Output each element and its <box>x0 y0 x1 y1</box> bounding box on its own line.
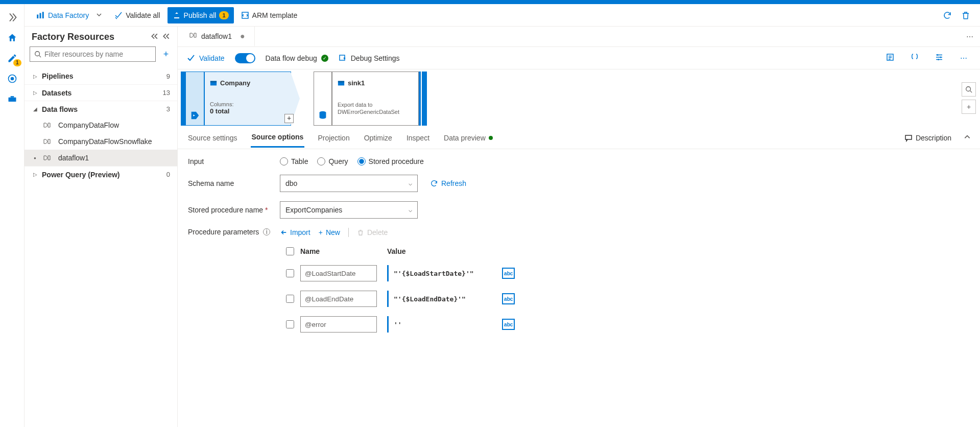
expression-builder-button[interactable]: abc <box>502 319 515 330</box>
resources-add-button[interactable]: + <box>160 49 172 60</box>
dataflow-icon <box>43 121 51 129</box>
sink-icon <box>317 110 328 121</box>
info-icon[interactable]: i <box>263 228 270 235</box>
param-name-input[interactable] <box>300 316 377 333</box>
param-value-display[interactable]: '' <box>387 316 497 333</box>
tab-optimize[interactable]: Optimize <box>363 129 393 147</box>
refresh-schema-button[interactable]: Refresh <box>430 179 466 187</box>
expression-builder-button[interactable]: abc <box>502 268 515 279</box>
caret-icon: ◢ <box>32 106 39 112</box>
svg-rect-5 <box>40 13 41 18</box>
arm-template-dropdown[interactable]: ARM template <box>236 7 303 23</box>
rail-expand-button[interactable] <box>0 7 25 28</box>
dataflow-canvas[interactable]: Company Columns: 0 total + <box>178 69 980 127</box>
canvas-search-button[interactable] <box>962 82 976 97</box>
select-all-params-checkbox[interactable] <box>286 247 294 255</box>
input-radio-sp[interactable]: Stored procedure <box>357 157 424 165</box>
json-view-button[interactable] <box>907 53 922 63</box>
tab-source-settings[interactable]: Source settings <box>187 129 238 147</box>
category-dataflows[interactable]: ◢ Data flows 3 <box>25 101 177 117</box>
dataflow-action-bar: Validate Data flow debug ✓ Debug Setting… <box>178 47 980 69</box>
resources-filter-input[interactable] <box>44 50 151 58</box>
dataflow-icon <box>43 137 51 146</box>
svg-point-11 <box>937 54 939 56</box>
source-node[interactable]: Company Columns: 0 total + <box>181 72 291 126</box>
debug-label: Data flow debug ✓ <box>266 54 328 62</box>
resources-tree: ▷ Pipelines 9 ▷ Datasets 13 ◢ Data flows… <box>25 66 177 184</box>
left-icon-rail: 1 <box>0 4 25 427</box>
resources-pin-icon[interactable] <box>163 33 170 41</box>
config-tab-strip: Source settings Source options Projectio… <box>178 127 980 149</box>
publish-all-button[interactable]: Publish all 1 <box>168 7 234 23</box>
add-transformation-button[interactable]: + <box>284 114 294 123</box>
schema-label: Schema name <box>188 179 280 187</box>
code-view-button[interactable] <box>883 53 897 63</box>
publish-all-badge: 1 <box>219 11 228 19</box>
validate-all-button[interactable]: Validate all <box>109 7 165 23</box>
param-row: "'{$LoadEndDate}'" abc <box>280 286 970 312</box>
resources-filter-box[interactable] <box>30 46 156 62</box>
param-row: "'{$LoadStartDate}'" abc <box>280 260 970 286</box>
resources-collapse-icon[interactable] <box>151 33 158 41</box>
tab-inspect[interactable]: Inspect <box>405 129 431 147</box>
param-name-input[interactable] <box>300 291 377 307</box>
param-name-input[interactable] <box>300 265 377 281</box>
expression-builder-button[interactable]: abc <box>502 293 515 304</box>
tab-data-preview[interactable]: Data preview <box>443 129 494 147</box>
param-row-checkbox[interactable] <box>286 269 294 277</box>
category-powerquery[interactable]: ▷ Power Query (Preview) 0 <box>25 166 177 182</box>
param-value-display[interactable]: "'{$LoadEndDate}'" <box>387 291 497 307</box>
dataflow-item[interactable]: CompanyDataFlowSnowflake <box>25 133 177 150</box>
sink-node[interactable]: sink1 Export data to DWErrorGenericDataS… <box>314 72 427 126</box>
input-radio-table[interactable]: Table <box>280 157 308 165</box>
dirty-indicator-icon: ● <box>240 32 245 41</box>
svg-point-12 <box>940 57 942 58</box>
debug-settings-button[interactable]: Debug Settings <box>339 54 400 62</box>
rail-monitor-button[interactable] <box>0 68 25 89</box>
refresh-button[interactable] <box>939 7 955 23</box>
svg-point-8 <box>35 52 40 56</box>
chevron-down-icon <box>96 11 102 19</box>
category-pipelines[interactable]: ▷ Pipelines 9 <box>25 68 177 84</box>
param-row-checkbox[interactable] <box>286 295 294 303</box>
description-button[interactable]: Description <box>904 134 951 142</box>
sp-select[interactable]: ExportCompanies ⌵ <box>280 201 418 219</box>
dataflow-icon <box>189 31 197 41</box>
svg-point-13 <box>938 59 939 60</box>
collapse-panel-button[interactable] <box>964 133 971 142</box>
validate-all-label: Validate all <box>126 11 160 19</box>
data-factory-dropdown[interactable]: Data Factory <box>31 7 107 23</box>
tab-source-options[interactable]: Source options <box>251 128 305 148</box>
tab-projection[interactable]: Projection <box>317 129 350 147</box>
canvas-add-button[interactable]: + <box>962 100 976 114</box>
param-value-display[interactable]: "'{$LoadStartDate}'" <box>387 265 497 281</box>
input-radio-query[interactable]: Query <box>317 157 348 165</box>
editor-tab-more[interactable]: ⋯ <box>960 27 980 46</box>
svg-rect-20 <box>905 135 912 139</box>
rail-home-button[interactable] <box>0 28 25 48</box>
config-body: Input Table Query Stored procedure Schem… <box>178 149 980 427</box>
svg-rect-3 <box>10 96 14 98</box>
rail-author-button[interactable]: 1 <box>0 48 25 68</box>
factory-resources-title: Factory Resources <box>32 32 114 42</box>
editor-tab-dataflow1[interactable]: dataflow1 ● <box>180 27 255 46</box>
schema-select[interactable]: dbo ⌵ <box>280 175 418 192</box>
debug-toggle[interactable] <box>235 53 255 63</box>
more-button[interactable]: ⋯ <box>957 54 971 62</box>
import-params-button[interactable]: Import <box>280 228 310 236</box>
search-icon <box>34 51 41 58</box>
validate-button[interactable]: Validate <box>187 54 225 62</box>
rail-manage-button[interactable] <box>0 89 25 109</box>
caret-icon: ▷ <box>32 90 39 96</box>
settings-button[interactable] <box>932 53 946 63</box>
plus-icon: + <box>319 228 323 236</box>
dataflow-item[interactable]: CompanyDataFlow <box>25 117 177 133</box>
delete-param-button: Delete <box>357 228 388 236</box>
new-param-button[interactable]: + New <box>319 228 340 236</box>
publish-all-label: Publish all <box>184 11 217 19</box>
param-row-checkbox[interactable] <box>286 320 294 328</box>
category-datasets[interactable]: ▷ Datasets 13 <box>25 84 177 101</box>
dataflow-item-active[interactable]: dataflow1 <box>25 150 177 166</box>
discard-button[interactable] <box>958 7 974 23</box>
top-blue-bar <box>0 0 980 4</box>
